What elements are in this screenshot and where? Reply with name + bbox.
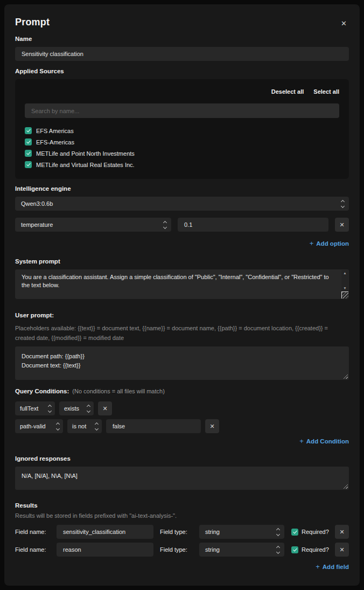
remove-option-button[interactable]: ✕ bbox=[335, 218, 349, 232]
condition-row: path-valid is not ✕ bbox=[15, 419, 349, 433]
option-key-value: temperature bbox=[21, 221, 53, 228]
field-type-value: string bbox=[205, 546, 220, 553]
scroll-up-icon[interactable]: ▲ bbox=[343, 272, 346, 275]
user-prompt-hint: Placeholders available: {{text}} = docum… bbox=[15, 323, 349, 343]
ignored-responses-text: N/A, [N/A], N\A, [N\A] bbox=[15, 467, 349, 485]
required-group: Required? bbox=[291, 529, 329, 536]
name-label: Name bbox=[15, 36, 349, 42]
remove-condition-button[interactable]: ✕ bbox=[98, 401, 112, 415]
field-type-label: Field type: bbox=[160, 529, 199, 535]
field-type-select[interactable]: string bbox=[199, 543, 284, 557]
field-type-select[interactable]: string bbox=[199, 525, 284, 539]
source-checkbox[interactable] bbox=[25, 161, 32, 168]
required-label: Required? bbox=[302, 546, 329, 553]
scroll-down-icon[interactable]: ▼ bbox=[343, 287, 346, 290]
check-icon bbox=[26, 128, 31, 133]
condition-field-select[interactable]: path-valid bbox=[15, 419, 63, 433]
ignored-responses-textarea[interactable]: N/A, [N/A], N\A, [N\A] bbox=[15, 467, 349, 490]
field-name-input[interactable] bbox=[57, 525, 153, 539]
condition-operator-select[interactable]: is not bbox=[67, 419, 102, 433]
option-key-select[interactable]: temperature bbox=[15, 218, 171, 232]
required-checkbox[interactable] bbox=[291, 546, 298, 553]
source-label: METLife and Point North Investments bbox=[36, 150, 135, 157]
condition-value-input[interactable] bbox=[106, 419, 201, 433]
resize-grip[interactable] bbox=[341, 291, 348, 299]
source-checkbox[interactable] bbox=[25, 138, 32, 145]
results-label: Results bbox=[15, 502, 349, 509]
engine-option-row: temperature ✕ bbox=[15, 218, 349, 232]
selection-links: Deselect all Select all bbox=[25, 88, 339, 95]
check-icon bbox=[26, 140, 31, 144]
source-label: EFS Americas bbox=[36, 128, 74, 134]
source-checkbox[interactable] bbox=[25, 150, 32, 157]
plus-icon: + bbox=[310, 239, 314, 247]
name-input[interactable] bbox=[15, 47, 349, 61]
intelligence-engine-label: Intelligence engine bbox=[15, 185, 349, 192]
user-prompt-text: Document path: {{path}} Document text: {… bbox=[15, 346, 349, 376]
condition-field-select[interactable]: fullText bbox=[15, 401, 55, 415]
check-icon bbox=[293, 529, 297, 533]
query-conditions-label: Query Conditions: bbox=[15, 388, 69, 394]
results-hint: Results will be stored in fields prefixe… bbox=[15, 512, 349, 520]
deselect-all-button[interactable]: Deselect all bbox=[271, 88, 304, 95]
query-conditions-hint: (No conditions = all files will match) bbox=[72, 388, 164, 394]
modal-header: Prompt ✕ bbox=[15, 17, 349, 29]
required-label: Required? bbox=[302, 529, 329, 535]
source-checkbox[interactable] bbox=[25, 127, 32, 134]
engine-select[interactable]: Qwen3:0.6b bbox=[15, 197, 349, 211]
chevron-updown-icon bbox=[164, 221, 166, 228]
add-field-button[interactable]: + Add field bbox=[316, 563, 349, 571]
add-field-label: Add field bbox=[323, 564, 349, 570]
remove-field-button[interactable]: ✕ bbox=[335, 525, 349, 539]
plus-icon: + bbox=[299, 437, 304, 445]
required-group: Required? bbox=[291, 546, 329, 553]
add-option-row: + Add option bbox=[15, 239, 349, 247]
add-field-row: + Add field bbox=[15, 563, 349, 571]
add-option-button[interactable]: + Add option bbox=[310, 239, 349, 247]
close-icon[interactable]: ✕ bbox=[339, 18, 349, 29]
prompt-modal: Prompt ✕ Name Applied Sources Deselect a… bbox=[4, 4, 360, 586]
add-option-label: Add option bbox=[316, 240, 349, 247]
ignored-responses-label: Ignored responses bbox=[15, 455, 349, 462]
condition-row: fullText exists ✕ bbox=[15, 401, 349, 415]
user-prompt-label: User prompt: bbox=[15, 312, 349, 318]
field-name-label: Field name: bbox=[15, 546, 57, 553]
search-input[interactable] bbox=[25, 103, 339, 118]
select-all-button[interactable]: Select all bbox=[313, 88, 339, 95]
page-title: Prompt bbox=[15, 17, 50, 28]
chevron-updown-icon bbox=[48, 405, 51, 412]
condition-field-value: fullText bbox=[20, 405, 38, 412]
chevron-updown-icon bbox=[95, 423, 98, 430]
remove-condition-button[interactable]: ✕ bbox=[205, 419, 219, 433]
check-icon bbox=[26, 151, 31, 155]
add-condition-button[interactable]: + Add Condition bbox=[299, 437, 349, 445]
condition-operator-value: is not bbox=[72, 423, 86, 429]
check-icon bbox=[293, 547, 297, 551]
source-row: EFS Americas bbox=[25, 127, 339, 134]
source-label: METLife and Virtual Real Estates Inc. bbox=[36, 162, 135, 168]
engine-select-value: Qwen3:0.6b bbox=[21, 200, 53, 207]
check-icon bbox=[26, 162, 31, 166]
modal-content: Prompt ✕ Name Applied Sources Deselect a… bbox=[4, 4, 360, 581]
source-row: METLife and Virtual Real Estates Inc. bbox=[25, 161, 339, 168]
query-conditions-header: Query Conditions: (No conditions = all f… bbox=[15, 388, 349, 394]
condition-operator-select[interactable]: exists bbox=[59, 401, 94, 415]
field-name-label: Field name: bbox=[15, 529, 57, 535]
source-row: METLife and Point North Investments bbox=[25, 150, 339, 157]
user-prompt-textarea[interactable]: Document path: {{path}} Document text: {… bbox=[15, 346, 349, 380]
add-condition-row: + Add Condition bbox=[15, 437, 349, 445]
chevron-updown-icon bbox=[277, 529, 279, 536]
chevron-updown-icon bbox=[341, 200, 344, 207]
applied-sources-panel: Deselect all Select all EFS Americas EFS… bbox=[15, 79, 349, 179]
applied-sources-label: Applied Sources bbox=[15, 68, 349, 74]
scrollbar[interactable]: ▲ ▼ bbox=[341, 270, 348, 291]
option-value-input[interactable] bbox=[178, 218, 328, 232]
system-prompt-textarea[interactable]: You are a classification assistant. Assi… bbox=[15, 269, 349, 299]
required-checkbox[interactable] bbox=[291, 529, 298, 536]
plus-icon: + bbox=[316, 563, 320, 571]
condition-operator-value: exists bbox=[64, 405, 79, 412]
chevron-updown-icon bbox=[57, 423, 59, 430]
remove-field-button[interactable]: ✕ bbox=[335, 543, 349, 557]
field-name-input[interactable] bbox=[57, 543, 153, 557]
result-field-row: Field name: Field type: string Required?… bbox=[15, 543, 349, 557]
